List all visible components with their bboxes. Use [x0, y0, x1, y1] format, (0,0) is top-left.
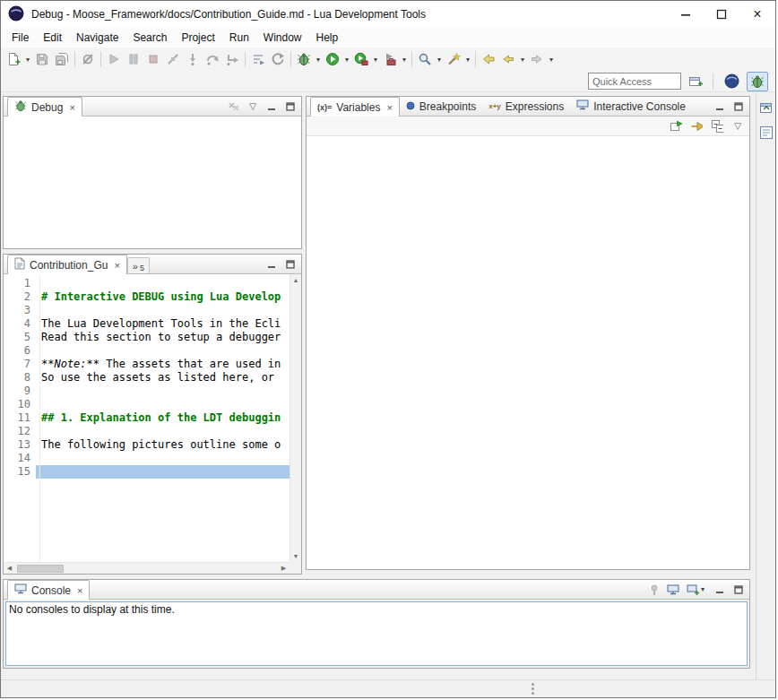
- terminate-button[interactable]: [143, 49, 163, 69]
- new-wizard-button[interactable]: [444, 49, 463, 69]
- ldt-perspective-button[interactable]: [721, 72, 742, 91]
- last-edit-location-button[interactable]: [479, 49, 498, 69]
- line-text[interactable]: [36, 452, 290, 465]
- sash-grip-handle[interactable]: [532, 683, 534, 695]
- new-button[interactable]: [4, 49, 23, 69]
- step-into-button[interactable]: [183, 49, 203, 69]
- variables-maximize-button[interactable]: [732, 100, 745, 113]
- vertical-scrollbar[interactable]: ▲ ▼: [290, 274, 301, 562]
- editor-line[interactable]: 10: [4, 398, 290, 411]
- line-text[interactable]: [36, 277, 290, 290]
- line-number[interactable]: 10: [4, 398, 36, 411]
- editor-line[interactable]: 11## 1. Explanation of the LDT debuggin: [4, 411, 290, 425]
- debug-dropdown-caret[interactable]: ▾: [314, 49, 323, 69]
- line-number[interactable]: 2: [4, 290, 36, 304]
- line-text[interactable]: [36, 304, 290, 317]
- search-dropdown-caret[interactable]: ▾: [435, 49, 444, 69]
- menu-file[interactable]: File: [4, 30, 36, 46]
- editor-line[interactable]: 13The following pictures outline some o: [4, 438, 290, 452]
- editor-line[interactable]: 5Read this section to setup a debugger: [4, 331, 290, 344]
- tab-contribution-guide-close-icon[interactable]: ×: [112, 260, 119, 271]
- remove-terminated-launches-button[interactable]: [228, 100, 240, 113]
- line-text[interactable]: [36, 398, 290, 411]
- editor-content[interactable]: 1 2# Interactive DEBUG using Lua Develop…: [4, 274, 301, 574]
- editor-line[interactable]: 12: [4, 425, 290, 438]
- search-button[interactable]: [415, 49, 435, 69]
- line-text-rest[interactable]: The assets that are used in: [99, 358, 281, 370]
- horizontal-scrollbar[interactable]: ◀ ▶: [4, 562, 290, 574]
- restore-minimized-view-button[interactable]: [759, 101, 774, 118]
- line-text[interactable]: [36, 385, 290, 398]
- editor-line-current[interactable]: 15: [4, 465, 290, 479]
- tab-debug[interactable]: Debug ×: [7, 97, 82, 117]
- line-text[interactable]: [36, 465, 290, 479]
- scrollbar-thumb[interactable]: [17, 565, 64, 573]
- line-text[interactable]: The following pictures outline some o: [36, 438, 290, 452]
- debug-view-maximize-button[interactable]: [284, 100, 297, 113]
- tab-console[interactable]: Console ×: [7, 580, 90, 600]
- debug-button[interactable]: [294, 49, 314, 69]
- menu-navigate[interactable]: Navigate: [69, 30, 125, 46]
- line-number[interactable]: 14: [4, 452, 36, 465]
- suspend-button[interactable]: [124, 49, 143, 69]
- debug-view-minimize-button[interactable]: [265, 100, 278, 113]
- open-perspective-button[interactable]: [686, 72, 705, 91]
- editor-line[interactable]: 3: [4, 304, 290, 317]
- quick-access-input[interactable]: [588, 73, 681, 90]
- window-close-button[interactable]: ×: [739, 1, 775, 28]
- back-dropdown-caret[interactable]: ▾: [518, 49, 527, 69]
- console-output-area[interactable]: No consoles to display at this time.: [5, 601, 748, 666]
- menu-window[interactable]: Window: [256, 30, 309, 46]
- step-over-button[interactable]: [203, 49, 222, 69]
- editor-line[interactable]: 14: [4, 452, 290, 465]
- variables-view-menu-button[interactable]: ▽: [731, 120, 744, 133]
- markdown-bold-syntax[interactable]: **Note:**: [41, 358, 99, 370]
- line-number[interactable]: 13: [4, 438, 36, 452]
- pin-console-button[interactable]: [648, 583, 661, 596]
- tab-debug-close-icon[interactable]: ×: [67, 102, 74, 113]
- line-number[interactable]: 4: [4, 317, 36, 331]
- line-number[interactable]: 8: [4, 371, 36, 385]
- line-number[interactable]: 9: [4, 385, 36, 398]
- tab-contribution-guide[interactable]: Contribution_Gu ×: [7, 255, 127, 274]
- skip-all-breakpoints-button[interactable]: [78, 49, 98, 69]
- external-tools-button[interactable]: [380, 49, 400, 69]
- profile-button[interactable]: [351, 49, 371, 69]
- profile-dropdown-caret[interactable]: ▾: [371, 49, 380, 69]
- line-number[interactable]: 15: [4, 465, 36, 479]
- run-button[interactable]: [323, 49, 342, 69]
- window-minimize-button[interactable]: [668, 1, 704, 28]
- console-minimize-button[interactable]: [713, 583, 726, 596]
- line-text[interactable]: **Note:** The assets that are used in: [36, 358, 290, 371]
- tab-variables[interactable]: (x)= Variables ×: [310, 97, 400, 117]
- line-text[interactable]: # Interactive DEBUG using Lua Develop: [36, 290, 290, 304]
- use-step-filters-button[interactable]: [248, 49, 268, 69]
- disconnect-button[interactable]: [163, 49, 183, 69]
- display-selected-console-button[interactable]: [667, 583, 679, 596]
- editor-line[interactable]: 7**Note:** The assets that are used in: [4, 358, 290, 371]
- tab-variables-close-icon[interactable]: ×: [385, 102, 392, 113]
- menu-search[interactable]: Search: [125, 30, 174, 46]
- scroll-right-icon[interactable]: ▶: [278, 563, 290, 575]
- forward-dropdown-caret[interactable]: ▾: [547, 49, 556, 69]
- save-all-button[interactable]: [52, 49, 72, 69]
- editor-maximize-button[interactable]: [284, 258, 297, 271]
- run-dropdown-caret[interactable]: ▾: [342, 49, 351, 69]
- line-number[interactable]: 11: [4, 411, 36, 425]
- line-text[interactable]: The Lua Development Tools in the Ecli: [36, 317, 290, 331]
- menu-project[interactable]: Project: [174, 30, 221, 46]
- new-dropdown-caret[interactable]: ▾: [23, 49, 32, 69]
- tab-breakpoints[interactable]: Breakpoints: [400, 97, 482, 116]
- outline-view-button[interactable]: [759, 125, 774, 143]
- external-tools-dropdown-caret[interactable]: ▾: [400, 49, 409, 69]
- hidden-editors-button[interactable]: » 5: [127, 257, 150, 273]
- line-number[interactable]: 7: [4, 358, 36, 371]
- menu-help[interactable]: Help: [309, 30, 346, 46]
- watch-expression-button[interactable]: [690, 120, 703, 133]
- line-number[interactable]: 5: [4, 331, 36, 344]
- open-console-button[interactable]: ▾: [686, 583, 707, 596]
- new-wizard-dropdown-caret[interactable]: ▾: [463, 49, 472, 69]
- window-maximize-button[interactable]: [704, 1, 739, 28]
- editor-line[interactable]: 9: [4, 385, 290, 398]
- line-text[interactable]: Read this section to setup a debugger: [36, 331, 290, 344]
